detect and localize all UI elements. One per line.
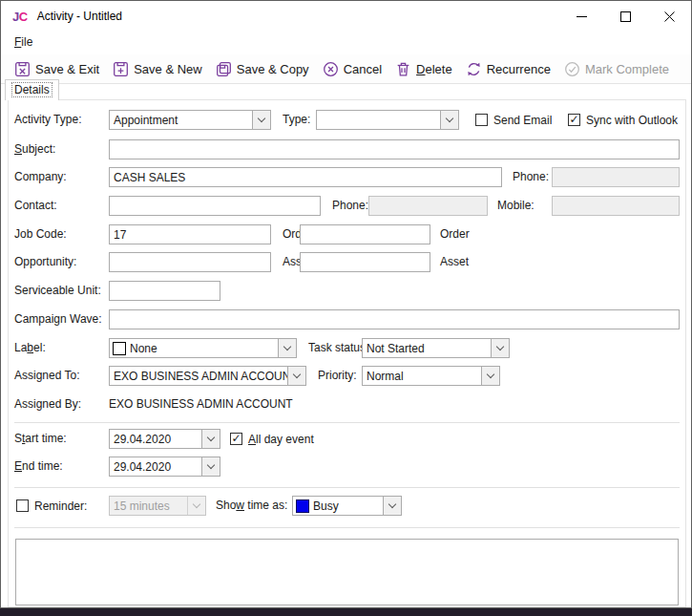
busy-color-swatch [296, 499, 309, 513]
campaign-wave-input[interactable] [109, 309, 680, 329]
campaign-wave-label: Campaign Wave: [14, 309, 102, 329]
assigned-to-select[interactable]: EXO BUSINESS ADMIN ACCOUNT [109, 366, 306, 386]
asset-input[interactable] [300, 252, 430, 272]
divider [14, 422, 680, 423]
minimize-icon [577, 11, 587, 22]
contact-label: Contact: [14, 196, 57, 216]
task-status-value: Not Started [363, 342, 491, 355]
menu-file[interactable]: File [14, 35, 32, 49]
menu-bar: File [1, 32, 691, 54]
tab-details[interactable]: Details [5, 79, 59, 100]
minimize-button[interactable] [559, 1, 603, 32]
asset-suffix-text: Asset [440, 252, 469, 272]
chevron-down-icon[interactable] [252, 111, 270, 129]
chevron-down-icon[interactable] [201, 457, 220, 476]
task-status-label: Task status [308, 338, 366, 358]
close-button[interactable] [647, 1, 691, 32]
checkbox-box: ✓ [230, 433, 242, 445]
assigned-to-value: EXO BUSINESS ADMIN ACCOUNT [110, 370, 287, 383]
assigned-by-label: Assigned By: [14, 394, 81, 414]
show-time-as-label: Show time as: [216, 496, 287, 516]
chevron-down-icon[interactable] [481, 367, 499, 385]
title-bar: JC Activity - Untitled [1, 1, 691, 32]
chevron-down-icon[interactable] [278, 339, 296, 357]
sync-outlook-checkbox[interactable]: ✓ Sync with Outlook [568, 110, 678, 130]
label-color-swatch [113, 342, 126, 355]
assigned-by-value: EXO BUSINESS ADMIN ACCOUNT [109, 394, 293, 414]
save-copy-icon [216, 61, 232, 77]
show-time-as-select[interactable]: Busy [292, 496, 402, 516]
opportunity-label: Opportunity: [14, 252, 76, 272]
end-time-value: 29.04.2020 [110, 460, 201, 474]
chevron-down-icon[interactable] [491, 339, 509, 357]
company-input[interactable] [109, 167, 502, 187]
job-code-input[interactable] [109, 224, 271, 244]
desktop-background [0, 608, 692, 616]
activity-type-label: Activity Type: [14, 110, 81, 130]
start-time-select[interactable]: 29.04.2020 [109, 429, 220, 449]
opportunity-input[interactable] [109, 252, 271, 272]
save-new-icon [113, 61, 129, 77]
send-email-label: Send Email [493, 114, 552, 127]
type-label: Type: [283, 110, 310, 130]
order-input[interactable] [300, 224, 430, 244]
activity-type-value: Appointment [110, 114, 252, 127]
priority-select[interactable]: Normal [362, 366, 500, 386]
mobile-label: Mobile: [497, 196, 535, 216]
reminder-checkbox[interactable]: Reminder: [16, 496, 87, 516]
maximize-icon [620, 11, 631, 22]
end-time-label: End time: [14, 457, 63, 477]
mark-complete-icon [564, 61, 580, 77]
recurrence-icon [466, 61, 482, 77]
label-label: Label: [14, 338, 46, 358]
reminder-label: Reminder: [34, 499, 87, 513]
cancel-button[interactable]: Cancel [316, 56, 388, 81]
chevron-down-icon[interactable] [383, 497, 401, 515]
checkbox-box [475, 114, 488, 126]
company-phone-input [552, 167, 680, 187]
start-time-label: Start time: [14, 429, 67, 449]
save-exit-icon [14, 61, 31, 77]
chevron-down-icon [187, 497, 205, 515]
maximize-button[interactable] [603, 1, 647, 32]
divider [14, 527, 680, 528]
activity-type-select[interactable]: Appointment [109, 110, 271, 130]
window-controls [559, 1, 691, 32]
reminder-interval-select: 15 minutes [109, 496, 206, 516]
contact-input[interactable] [109, 196, 321, 216]
chevron-down-icon[interactable] [440, 111, 458, 129]
checkbox-box: ✓ [568, 114, 580, 126]
subject-input[interactable] [109, 139, 680, 159]
task-status-select[interactable]: Not Started [362, 338, 510, 358]
delete-button[interactable]: Delete [388, 56, 459, 81]
reminder-interval-value: 15 minutes [110, 499, 187, 513]
divider [14, 487, 680, 488]
checkbox-box [16, 499, 29, 512]
chevron-down-icon[interactable] [287, 367, 305, 385]
delete-icon [395, 61, 411, 77]
save-new-button[interactable]: Save & New [106, 56, 209, 81]
serviceable-unit-input[interactable] [109, 281, 220, 301]
all-day-event-checkbox[interactable]: ✓ All day event [230, 429, 314, 449]
app-logo-icon: JC [12, 10, 28, 24]
end-time-select[interactable]: 29.04.2020 [109, 457, 220, 477]
label-value: None [126, 342, 278, 355]
recurrence-button[interactable]: Recurrence [459, 56, 557, 81]
chevron-down-icon[interactable] [201, 430, 220, 448]
assigned-to-label: Assigned To: [14, 366, 80, 386]
send-email-checkbox[interactable]: Send Email [475, 110, 552, 130]
close-icon [664, 11, 675, 22]
notes-textarea[interactable] [15, 539, 679, 605]
mark-complete-button[interactable]: Mark Complete [557, 56, 676, 81]
type-select[interactable] [316, 110, 459, 130]
contact-phone-label: Phone: [332, 196, 368, 216]
all-day-event-label: All day event [248, 433, 314, 446]
label-select[interactable]: None [109, 338, 297, 358]
job-code-label: Job Code: [14, 224, 67, 244]
save-copy-button[interactable]: Save & Copy [209, 56, 316, 81]
order-suffix-text: Order [440, 224, 470, 244]
save-exit-button[interactable]: Save & Exit [8, 56, 106, 81]
start-time-value: 29.04.2020 [110, 433, 201, 446]
company-label: Company: [14, 167, 67, 187]
cancel-icon [323, 61, 339, 77]
